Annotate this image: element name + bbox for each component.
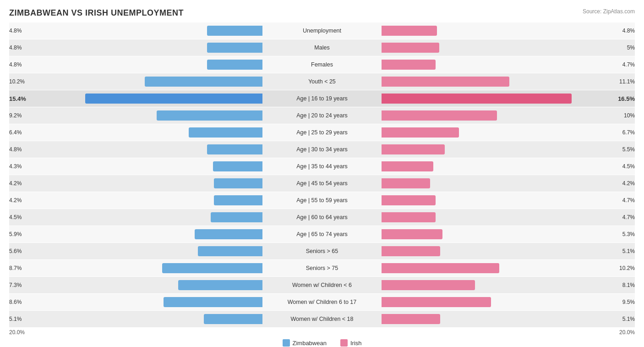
right-value: 8.1%: [622, 282, 635, 288]
row-inner: 5.1% Women w/ Children < 18 5.1%: [9, 311, 635, 327]
row-inner: 4.2% Age | 45 to 54 years 4.2%: [9, 175, 635, 192]
left-bar-wrapper: [32, 141, 262, 158]
chart-row: 8.7% Seniors > 75 10.2%: [9, 260, 635, 276]
left-value: 8.6%: [9, 299, 22, 305]
left-bar: [145, 77, 262, 87]
left-section: 4.8%: [9, 22, 262, 39]
left-bar: [189, 127, 262, 138]
row-inner: 4.8% Unemployment 4.8%: [9, 22, 635, 39]
right-bar: [382, 229, 442, 239]
left-value: 4.8%: [9, 28, 22, 34]
right-bar: [382, 60, 436, 70]
row-inner: 4.3% Age | 35 to 44 years 4.5%: [9, 158, 635, 175]
right-section: 4.7%: [382, 209, 635, 226]
right-bar-wrapper: [382, 141, 612, 158]
right-value: 4.5%: [622, 163, 635, 170]
center-label: Age | 30 to 34 years: [262, 146, 382, 153]
left-section: 7.3%: [9, 277, 262, 293]
right-bar-wrapper: [382, 209, 612, 226]
right-bar-wrapper: [382, 311, 612, 327]
row-inner: 15.4% Age | 16 to 19 years 16.5%: [9, 90, 635, 107]
right-section: 11.1%: [382, 73, 635, 90]
left-value: 6.4%: [9, 129, 22, 136]
left-bar-wrapper: [32, 243, 262, 259]
left-bar-wrapper: [32, 56, 262, 73]
row-inner: 6.4% Age | 25 to 29 years 6.7%: [9, 124, 635, 141]
right-section: 6.7%: [382, 124, 635, 141]
right-bar: [382, 43, 439, 53]
right-bar-wrapper: [382, 56, 612, 73]
axis-left: 20.0%: [9, 329, 262, 336]
row-inner: 10.2% Youth < 25 11.1%: [9, 73, 635, 90]
left-bar-wrapper: [32, 124, 262, 141]
left-bar: [85, 94, 262, 104]
right-section: 5.1%: [382, 311, 635, 327]
center-label: Women w/ Children 6 to 17: [262, 299, 382, 305]
left-bar-wrapper: [32, 311, 262, 327]
right-value: 4.7%: [622, 61, 635, 68]
left-value: 4.2%: [9, 180, 22, 187]
legend-zimbabwean: Zimbabwean: [283, 339, 327, 347]
center-label: Age | 25 to 29 years: [262, 129, 382, 136]
chart-row: 10.2% Youth < 25 11.1%: [9, 73, 635, 90]
center-label: Age | 60 to 64 years: [262, 214, 382, 220]
right-section: 4.5%: [382, 158, 635, 175]
left-bar: [178, 280, 262, 290]
left-value: 4.3%: [9, 163, 22, 170]
right-bar: [382, 195, 436, 205]
row-inner: 7.3% Women w/ Children < 6 8.1%: [9, 277, 635, 293]
right-value: 9.5%: [622, 299, 635, 305]
right-bar-wrapper: [382, 73, 612, 90]
left-bar: [195, 229, 262, 239]
left-value: 5.9%: [9, 231, 22, 237]
right-value: 4.7%: [622, 214, 635, 220]
left-value: 5.6%: [9, 248, 22, 254]
left-bar-wrapper: [32, 22, 262, 39]
left-value: 4.8%: [9, 44, 22, 51]
left-bar: [207, 144, 262, 154]
right-bar: [382, 280, 475, 290]
center-label: Age | 35 to 44 years: [262, 163, 382, 170]
left-value: 8.7%: [9, 265, 22, 271]
right-bar: [382, 263, 499, 273]
left-bar-wrapper: [32, 209, 262, 226]
legend-irish-box: [340, 339, 348, 347]
legend-zimbabwean-box: [283, 339, 290, 347]
chart-body: 4.8% Unemployment 4.8% 4.8%: [9, 22, 635, 327]
right-section: 5.1%: [382, 243, 635, 259]
right-value: 5.1%: [622, 316, 635, 322]
right-value: 4.7%: [622, 197, 635, 204]
left-value: 7.3%: [9, 282, 22, 288]
right-section: 4.7%: [382, 192, 635, 209]
right-bar-wrapper: [382, 39, 612, 56]
left-bar-wrapper: [32, 158, 262, 175]
right-bar-wrapper: [382, 294, 612, 310]
left-section: 4.8%: [9, 39, 262, 56]
right-section: 10%: [382, 107, 635, 124]
chart-row: 8.6% Women w/ Children 6 to 17 9.5%: [9, 294, 635, 310]
right-bar-wrapper: [382, 260, 612, 276]
row-inner: 8.7% Seniors > 75 10.2%: [9, 260, 635, 276]
right-value: 5.1%: [622, 248, 635, 254]
left-section: 4.2%: [9, 192, 262, 209]
left-bar-wrapper: [32, 107, 262, 124]
center-label: Age | 55 to 59 years: [262, 197, 382, 204]
center-label: Unemployment: [262, 28, 382, 34]
right-bar: [382, 161, 433, 171]
chart-row: 4.8% Males 5%: [9, 39, 635, 56]
chart-row: 9.2% Age | 20 to 24 years 10%: [9, 107, 635, 124]
right-bar-wrapper: [382, 192, 612, 209]
right-section: 16.5%: [382, 90, 635, 107]
center-label: Women w/ Children < 18: [262, 316, 382, 322]
right-bar: [382, 77, 509, 87]
center-label: Age | 16 to 19 years: [262, 95, 382, 102]
right-bar: [382, 94, 572, 104]
left-bar: [214, 195, 262, 205]
axis-row: 20.0% 20.0%: [9, 329, 635, 336]
left-bar: [211, 212, 262, 222]
chart-row: 5.6% Seniors > 65 5.1%: [9, 243, 635, 259]
row-inner: 8.6% Women w/ Children 6 to 17 9.5%: [9, 294, 635, 310]
chart-row: 4.8% Age | 30 to 34 years 5.5%: [9, 141, 635, 158]
right-section: 5.3%: [382, 226, 635, 242]
right-bar: [382, 127, 459, 138]
